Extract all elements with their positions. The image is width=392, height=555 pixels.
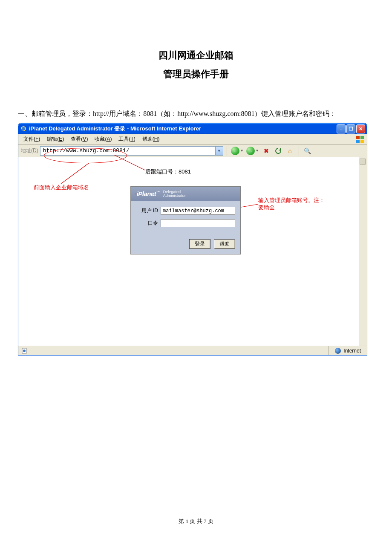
login-button[interactable]: 登录: [189, 239, 210, 249]
menu-help[interactable]: 帮助(H): [139, 135, 163, 144]
iplanet-logo: ·iPlanet™: [135, 190, 160, 197]
maximize-button[interactable]: ❐: [346, 124, 355, 133]
menu-favorites[interactable]: 收藏(A): [91, 135, 115, 144]
search-button[interactable]: 🔍: [303, 146, 313, 156]
close-button[interactable]: ✕: [356, 124, 365, 133]
stop-button[interactable]: ✖: [261, 146, 271, 156]
titlebar: iPlanet Delegated Administrator 登录 - Mic…: [18, 123, 367, 134]
address-dropdown[interactable]: ▼: [215, 147, 223, 155]
home-icon: ⌂: [288, 147, 292, 154]
help-button[interactable]: 帮助: [214, 239, 235, 249]
search-icon: 🔍: [304, 147, 311, 154]
stop-icon: ✖: [264, 147, 269, 154]
statusbar-page-icon: [20, 347, 29, 354]
globe-icon: [335, 348, 341, 354]
refresh-button[interactable]: [273, 146, 283, 156]
svg-point-0: [21, 126, 26, 131]
statusbar: Internet: [18, 346, 367, 355]
iplanet-sub: DelegatedAdministrator: [163, 190, 186, 198]
password-input[interactable]: [161, 219, 235, 227]
svg-line-7: [239, 204, 258, 208]
page-footer: 第 1 页 共 7 页: [0, 517, 392, 525]
menubar: 文件(F) 编辑(E) 查看(V) 收藏(A) 工具(T) 帮助(H): [18, 134, 367, 145]
svg-rect-3: [356, 140, 360, 143]
page-content: 前面输入企业邮箱域名 后跟端口号：8081 输入管理员邮箱账号。注：要输全 ·i…: [18, 157, 367, 346]
svg-point-9: [23, 350, 26, 352]
ie-icon: [20, 125, 27, 132]
browser-window: iPlanet Delegated Administrator 登录 - Mic…: [18, 123, 367, 356]
annotation-account: 输入管理员邮箱账号。注：要输全: [258, 197, 326, 211]
svg-rect-2: [360, 136, 364, 139]
windows-flag-icon: [356, 136, 365, 143]
home-button[interactable]: ⌂: [285, 146, 295, 156]
annotation-ellipse: [44, 148, 127, 163]
svg-rect-1: [356, 136, 360, 139]
statusbar-zone: Internet: [329, 346, 367, 355]
window-title: iPlanet Delegated Administrator 登录 - Mic…: [29, 125, 337, 133]
userid-input[interactable]: [161, 207, 235, 215]
login-panel: ·iPlanet™ DelegatedAdministrator 用户 ID 口…: [130, 186, 241, 254]
login-header: ·iPlanet™ DelegatedAdministrator: [131, 187, 240, 201]
back-button[interactable]: ←▼: [231, 146, 244, 156]
refresh-icon: [275, 147, 282, 154]
menu-view[interactable]: 查看(V): [67, 135, 91, 144]
doc-subtitle: 管理员操作手册: [0, 68, 392, 81]
annotation-port: 后跟端口号：8081: [145, 168, 191, 176]
userid-label: 用户 ID: [136, 207, 158, 214]
annotation-domain: 前面输入企业邮箱域名: [34, 184, 89, 191]
annotation-arrow: [59, 162, 91, 186]
doc-paragraph: 一、邮箱管理员，登录：http://用户域名：8081（如：http://www…: [18, 106, 375, 121]
minimize-button[interactable]: –: [337, 124, 346, 133]
password-label: 口令: [136, 220, 158, 227]
menu-file[interactable]: 文件(F): [20, 135, 43, 144]
svg-line-5: [61, 163, 89, 184]
annotation-arrow: [238, 203, 259, 208]
forward-button[interactable]: →▼: [246, 146, 259, 156]
address-label: 地址(D): [21, 147, 38, 154]
doc-title: 四川网通企业邮箱: [0, 49, 392, 62]
menu-tools[interactable]: 工具(T): [115, 135, 138, 144]
menu-edit[interactable]: 编辑(E): [43, 135, 67, 144]
svg-rect-4: [360, 140, 364, 143]
